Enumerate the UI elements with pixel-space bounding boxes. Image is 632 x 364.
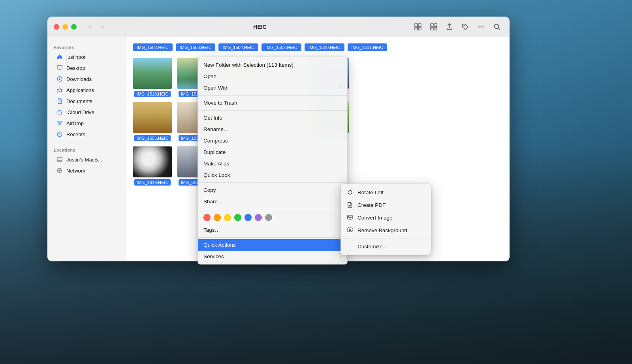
- desktop-icon: [56, 64, 63, 71]
- sm-customize[interactable]: Customize…: [341, 240, 431, 253]
- sidebar-item-label: Recents: [66, 131, 85, 137]
- tag-green[interactable]: [234, 214, 241, 221]
- sidebar-item-label: iCloud Drive: [66, 109, 94, 115]
- sm-convert-image[interactable]: Convert Image: [341, 211, 431, 224]
- sidebar-item-label: justinpot: [66, 54, 85, 60]
- cm-compress[interactable]: Compress: [198, 135, 347, 146]
- file-item[interactable]: IMG_1513.HEIC: [133, 58, 172, 97]
- downloads-icon: [56, 75, 63, 83]
- cm-divider: [198, 182, 347, 183]
- cm-item-label: Duplicate: [203, 149, 342, 155]
- sidebar-item-macbook[interactable]: Justin's MacB...: [50, 154, 124, 165]
- sidebar-item-recents[interactable]: Recents: [50, 129, 124, 140]
- top-file-item[interactable]: IMG_1510.HEIC: [305, 43, 344, 51]
- maximize-button[interactable]: [71, 24, 77, 30]
- close-button[interactable]: [54, 24, 59, 30]
- cm-item-label: Copy: [203, 187, 342, 193]
- sidebar-item-applications[interactable]: Applications: [50, 84, 124, 96]
- svg-rect-2: [415, 27, 418, 30]
- cm-quick-actions[interactable]: Quick Actions ›: [198, 239, 347, 251]
- sidebar-item-network[interactable]: Network: [50, 165, 124, 176]
- cm-divider: [198, 237, 347, 238]
- file-item[interactable]: IMG_1555.HEIC: [133, 102, 172, 141]
- cm-get-info[interactable]: Get Info: [198, 112, 347, 124]
- top-file-item[interactable]: IMG_1503.HEIC: [176, 43, 216, 51]
- nav-buttons: ‹ ›: [85, 21, 108, 32]
- cm-share[interactable]: Share…: [198, 196, 347, 207]
- cm-services[interactable]: Services ›: [198, 251, 347, 262]
- cm-duplicate[interactable]: Duplicate: [198, 146, 347, 158]
- svg-rect-17: [57, 158, 62, 161]
- tag-yellow[interactable]: [224, 214, 231, 221]
- search-button[interactable]: [491, 21, 503, 33]
- submenu-arrow-icon: ›: [340, 86, 342, 90]
- toolbar: ‹ › HEIC: [47, 17, 510, 37]
- window-controls: [54, 24, 77, 30]
- sidebar-item-airdrop[interactable]: AirDrop: [50, 118, 124, 129]
- top-files-row: IMG_1502.HEIC IMG_1503.HEIC IMG_1504.HEI…: [133, 43, 503, 51]
- tag-button[interactable]: [459, 21, 472, 33]
- rotate-left-icon: [346, 189, 354, 196]
- tag-gray[interactable]: [265, 214, 272, 221]
- documents-icon: [56, 98, 63, 105]
- file-item[interactable]: IMG_1619.HEIC: [133, 146, 172, 186]
- sm-remove-background[interactable]: Remove Background: [341, 224, 431, 236]
- cm-item-label: Open: [203, 73, 342, 79]
- cm-item-label: Quick Actions: [203, 242, 340, 248]
- sidebar-item-label: Desktop: [66, 65, 85, 71]
- tag-orange[interactable]: [214, 214, 221, 221]
- cm-divider: [198, 209, 347, 209]
- view-options-button[interactable]: [427, 21, 440, 33]
- minimize-button[interactable]: [62, 24, 68, 30]
- grid-view-button[interactable]: [412, 21, 424, 33]
- sm-item-label: Rotate Left: [357, 190, 384, 195]
- top-file-item[interactable]: IMG_1502.HEIC: [133, 43, 173, 51]
- cm-item-label: Quick Look: [203, 172, 342, 178]
- convert-image-icon: [346, 214, 354, 221]
- svg-point-11: [483, 26, 484, 27]
- top-file-item[interactable]: IMG_1511.HEIC: [348, 43, 387, 51]
- cm-new-folder[interactable]: New Folder with Selection (113 Items): [198, 59, 347, 71]
- tag-red[interactable]: [203, 214, 211, 221]
- back-button[interactable]: ‹: [85, 21, 96, 32]
- svg-point-15: [59, 123, 60, 125]
- more-button[interactable]: [475, 21, 487, 33]
- home-icon: [56, 53, 63, 60]
- cm-make-alias[interactable]: Make Alias: [198, 158, 347, 169]
- top-file-item[interactable]: IMG_1507.HEIC: [261, 43, 301, 51]
- locations-label: Locations: [47, 144, 126, 154]
- cm-tags[interactable]: Tags…: [198, 224, 347, 236]
- file-name: IMG_1619.HEIC: [134, 179, 171, 186]
- cm-rename[interactable]: Rename…: [198, 124, 347, 135]
- cm-open-with[interactable]: Open With ›: [198, 82, 347, 94]
- forward-button[interactable]: ›: [97, 21, 108, 32]
- svg-point-8: [464, 25, 465, 26]
- tag-blue[interactable]: [245, 214, 252, 221]
- cm-item-label: Services: [203, 253, 340, 259]
- sidebar-item-downloads[interactable]: Downloads: [50, 73, 124, 84]
- sidebar-item-justinpot[interactable]: justinpot: [50, 51, 124, 62]
- window-title: HEIC: [113, 24, 407, 30]
- svg-rect-6: [431, 27, 433, 30]
- submenu-arrow-icon: ›: [340, 254, 342, 259]
- cm-quick-look[interactable]: Quick Look: [198, 169, 347, 181]
- cm-copy[interactable]: Copy: [198, 184, 347, 196]
- svg-rect-7: [434, 27, 437, 30]
- sm-create-pdf[interactable]: Create PDF: [341, 199, 431, 211]
- share-button[interactable]: [443, 21, 456, 33]
- sidebar-item-icloud[interactable]: iCloud Drive: [50, 107, 124, 118]
- cm-divider: [198, 110, 347, 111]
- cm-item-label: Compress: [203, 138, 342, 144]
- top-file-item[interactable]: IMG_1504.HEIC: [218, 43, 258, 51]
- cm-move-trash[interactable]: Move to Trash: [198, 97, 347, 109]
- sidebar-item-documents[interactable]: Documents: [50, 96, 124, 107]
- cm-tags-row: [198, 211, 347, 224]
- tag-purple[interactable]: [255, 214, 262, 221]
- svg-rect-13: [57, 66, 62, 69]
- sm-rotate-left[interactable]: Rotate Left: [341, 186, 431, 199]
- applications-icon: [56, 86, 63, 94]
- sidebar-item-desktop[interactable]: Desktop: [50, 62, 124, 73]
- svg-rect-1: [418, 24, 421, 26]
- toolbar-actions: [412, 21, 503, 33]
- cm-open[interactable]: Open: [198, 71, 347, 82]
